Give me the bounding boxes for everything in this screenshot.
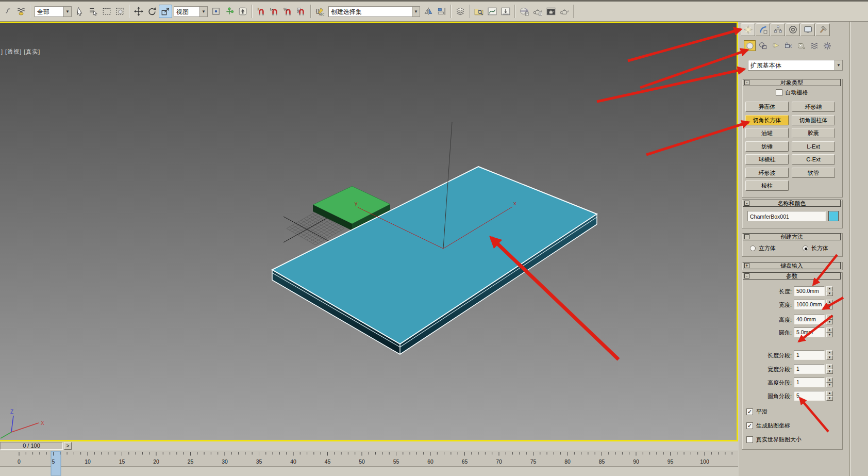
collapse-icon[interactable]: - bbox=[744, 80, 749, 85]
subcategory-cameras[interactable] bbox=[782, 40, 794, 51]
param-fillet-segs-field[interactable]: 5 bbox=[794, 391, 825, 401]
layer-manager-icon[interactable] bbox=[454, 5, 467, 18]
spinner-snap-icon[interactable] bbox=[295, 5, 308, 18]
edit-named-selection-icon[interactable]: {}ABC bbox=[313, 5, 327, 18]
snap-toggle-3d-icon[interactable]: 3 bbox=[255, 5, 268, 18]
window-crossing-icon[interactable] bbox=[113, 5, 127, 18]
use-pivot-center-icon[interactable] bbox=[209, 5, 223, 18]
chevron-down-icon[interactable]: ▼ bbox=[63, 7, 71, 17]
spinner-up-icon[interactable]: ▲ bbox=[826, 300, 833, 305]
param-fillet-spinner[interactable]: ▲▼ bbox=[826, 327, 833, 337]
render-production-icon[interactable] bbox=[558, 5, 571, 18]
spinner-up-icon[interactable]: ▲ bbox=[826, 315, 833, 320]
param-height-segs-field[interactable]: 1 bbox=[794, 377, 825, 387]
chevron-down-icon[interactable]: ▼ bbox=[199, 7, 207, 17]
torus-knot-button[interactable]: 环形结 bbox=[792, 102, 835, 112]
chamfer-box-button[interactable]: 切角长方体 bbox=[745, 115, 789, 125]
tab-hierarchy[interactable] bbox=[771, 23, 785, 36]
spinner-up-icon[interactable]: ▲ bbox=[826, 377, 833, 383]
tab-motion[interactable] bbox=[786, 23, 800, 36]
subcategory-geometry[interactable] bbox=[744, 40, 756, 51]
checkbox-row-smooth[interactable]: ✓平滑 bbox=[746, 408, 767, 416]
spindle-button[interactable]: 纺锤 bbox=[745, 141, 789, 152]
subcategory-space-warps[interactable] bbox=[808, 40, 820, 51]
scene-explorer-icon[interactable] bbox=[472, 5, 486, 18]
bind-spacewarp-icon[interactable] bbox=[14, 5, 28, 18]
creation-method-box[interactable]: 长方体 bbox=[803, 244, 828, 252]
capsule-button[interactable]: 胶囊 bbox=[792, 128, 835, 138]
hedra-button[interactable]: 异面体 bbox=[745, 102, 789, 112]
select-scale-icon[interactable] bbox=[159, 5, 172, 18]
named-selection-dropdown[interactable]: 创建选择集▼ bbox=[328, 6, 420, 17]
rendered-frame-window-icon[interactable] bbox=[544, 5, 558, 18]
track-bar-ruler[interactable]: 0510152025303540455055606570758085909510… bbox=[0, 451, 738, 476]
mirror-icon[interactable] bbox=[422, 5, 435, 18]
percent-snap-icon[interactable]: % bbox=[281, 5, 295, 18]
rect-selection-region-icon[interactable] bbox=[100, 5, 113, 18]
radio-icon[interactable] bbox=[750, 245, 756, 251]
curve-editor-icon[interactable] bbox=[486, 5, 499, 18]
oil-tank-button[interactable]: 油罐 bbox=[745, 128, 789, 138]
param-length-segs-field[interactable]: 1 bbox=[794, 350, 825, 360]
collapse-icon[interactable]: - bbox=[744, 273, 749, 278]
select-manipulate-icon[interactable] bbox=[223, 5, 236, 18]
subcategory-shapes[interactable] bbox=[757, 40, 769, 51]
spinner-down-icon[interactable]: ▼ bbox=[826, 291, 833, 297]
c-ext-button[interactable]: C-Ext bbox=[792, 154, 835, 165]
reference-coordsys-dropdown[interactable]: 视图▼ bbox=[174, 6, 208, 17]
real-world-map-size-checkbox[interactable] bbox=[746, 436, 753, 443]
angle-snap-icon[interactable] bbox=[268, 5, 281, 18]
spinner-up-icon[interactable]: ▲ bbox=[826, 391, 833, 396]
material-editor-icon[interactable] bbox=[518, 5, 531, 18]
scene-canvas[interactable]: y x bbox=[0, 46, 737, 463]
param-length-field[interactable]: 500.0mm bbox=[794, 286, 825, 296]
select-rotate-icon[interactable] bbox=[145, 5, 159, 18]
subcategory-lights[interactable] bbox=[770, 40, 781, 51]
keyboard-override-icon[interactable] bbox=[236, 5, 249, 18]
param-width-segs-spinner[interactable]: ▲▼ bbox=[826, 364, 833, 374]
spinner-up-icon[interactable]: ▲ bbox=[826, 350, 833, 355]
gengon-button[interactable]: 球棱柱 bbox=[745, 154, 789, 165]
chevron-down-icon[interactable]: ▼ bbox=[412, 7, 420, 17]
param-fillet-segs-spinner[interactable]: ▲▼ bbox=[826, 391, 833, 401]
align-icon[interactable] bbox=[435, 5, 448, 18]
object-type-rollout-header[interactable]: - 对象类型 bbox=[743, 79, 841, 86]
spinner-down-icon[interactable]: ▼ bbox=[826, 355, 833, 360]
autogrid-checkbox[interactable] bbox=[776, 89, 782, 96]
checkbox-row-real-world-map-size[interactable]: 真实世界贴图大小 bbox=[746, 436, 802, 444]
spinner-up-icon[interactable]: ▲ bbox=[826, 364, 833, 369]
hose-button[interactable]: 软管 bbox=[792, 168, 835, 178]
tab-display[interactable] bbox=[800, 23, 815, 36]
spinner-down-icon[interactable]: ▼ bbox=[826, 396, 833, 401]
unlink-selection-icon[interactable] bbox=[1, 5, 14, 18]
dope-sheet-icon[interactable] bbox=[499, 5, 512, 18]
spinner-down-icon[interactable]: ▼ bbox=[826, 305, 833, 310]
parameters-rollout-header[interactable]: - 参数 bbox=[743, 272, 841, 280]
creation-method-rollout-header[interactable]: - 创建方法 bbox=[743, 233, 841, 240]
select-move-icon[interactable] bbox=[132, 5, 145, 18]
smooth-checkbox[interactable]: ✓ bbox=[746, 408, 753, 415]
chamfer-box-object[interactable] bbox=[272, 167, 597, 354]
perspective-viewport[interactable]: ] [透视] [真实] bbox=[0, 22, 738, 441]
spinner-down-icon[interactable]: ▼ bbox=[826, 333, 833, 338]
subcategory-systems[interactable] bbox=[821, 40, 833, 51]
spinner-up-icon[interactable]: ▲ bbox=[826, 286, 833, 291]
gen-mapping-coords-checkbox[interactable]: ✓ bbox=[746, 422, 753, 429]
param-width-segs-field[interactable]: 1 bbox=[794, 364, 825, 374]
collapse-icon[interactable]: - bbox=[744, 234, 749, 239]
spinner-up-icon[interactable]: ▲ bbox=[826, 327, 833, 333]
render-setup-icon[interactable] bbox=[531, 5, 544, 18]
subcategory-helpers[interactable] bbox=[795, 40, 807, 51]
select-by-name-icon[interactable] bbox=[87, 5, 100, 18]
ring-wave-button[interactable]: 环形波 bbox=[745, 168, 789, 178]
spinner-down-icon[interactable]: ▼ bbox=[826, 383, 833, 388]
tab-create[interactable] bbox=[741, 23, 755, 36]
next-frame-button[interactable]: > bbox=[64, 442, 72, 450]
expand-icon[interactable]: + bbox=[744, 263, 749, 268]
l-ext-button[interactable]: L-Ext bbox=[792, 141, 835, 152]
tab-utilities[interactable] bbox=[815, 23, 830, 36]
panel-scroll-gutter[interactable] bbox=[849, 22, 851, 476]
collapse-icon[interactable]: - bbox=[744, 201, 749, 206]
checkbox-row-gen-mapping-coords[interactable]: ✓生成贴图坐标 bbox=[746, 422, 790, 430]
creation-method-cube[interactable]: 立方体 bbox=[750, 244, 776, 252]
